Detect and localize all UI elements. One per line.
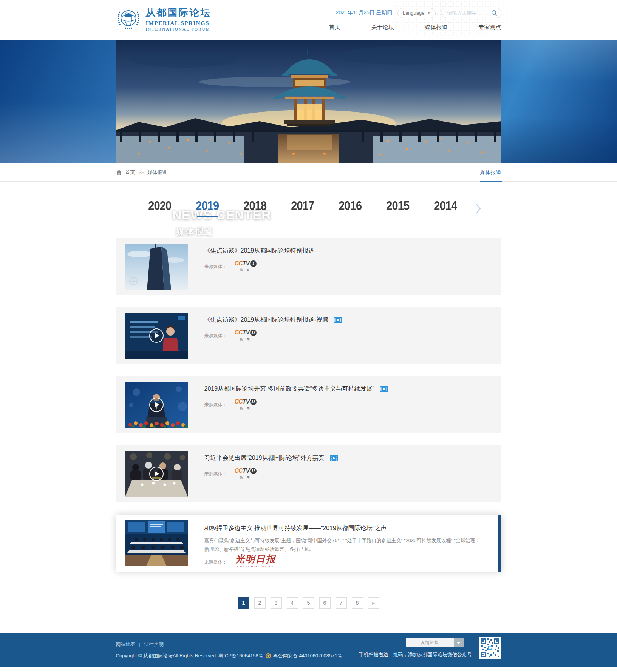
source-label: 来源媒体：: [204, 467, 227, 477]
news-title[interactable]: 《焦点访谈》2019从都国际论坛特别报道-视频: [204, 316, 501, 324]
banner-photo-image: [116, 40, 501, 163]
cctv13-logo: CCTV13 新 闻: [235, 398, 257, 410]
year-tab-2015[interactable]: 2015: [374, 199, 422, 217]
year-tab-2019[interactable]: 2019: [184, 199, 231, 217]
play-button-icon[interactable]: [125, 451, 188, 497]
page-button-2[interactable]: 2: [254, 597, 266, 609]
news-description: 嘉宾们聚焦“多边主义与可持续发展”主题，围绕“新中国外交70年” “处于十字路口…: [204, 536, 484, 553]
play-button-icon[interactable]: [125, 313, 188, 359]
wechat-qr-code-image: [479, 637, 501, 659]
year-tab-2014[interactable]: 2014: [422, 199, 469, 217]
current-date: 2021年11月25日 星期四: [336, 9, 392, 16]
page-next-button[interactable]: ▶: [368, 597, 379, 609]
video-icon: [330, 455, 338, 461]
main-nav: 首页 关于论坛 媒体报道 专家观点: [329, 24, 501, 31]
footer-links: 网站地图 | 法律声明: [116, 641, 164, 648]
logo-emblem-icon: [116, 6, 141, 31]
news-thumbnail-image[interactable]: [125, 382, 188, 428]
select-arrow-icon: [454, 638, 464, 647]
nav-item-home[interactable]: 首页: [329, 24, 340, 31]
news-source-row: 来源媒体： CCTV1 综 合: [204, 260, 501, 272]
news-item-1[interactable]: 《焦点访谈》2019从都国际论坛特别报道 来源媒体： CCTV1 综 合: [116, 238, 501, 295]
site-logo[interactable]: 从都国际论坛 IMPERIAL SPRINGS INTERNATIONAL FO…: [116, 6, 212, 31]
footer-copyright: Copyright © 从都国际论坛All Rights Reserved. 粤…: [116, 652, 263, 659]
news-thumbnail-image[interactable]: [125, 313, 188, 359]
logo-title-en2: INTERNATIONAL FORUM: [146, 27, 212, 31]
footer-copyright-row: Copyright © 从都国际论坛All Rights Reserved. 粤…: [116, 652, 342, 659]
years-next-arrow-icon[interactable]: [475, 199, 481, 216]
news-item-2[interactable]: 《焦点访谈》2019从都国际论坛特别报道-视频 来源媒体： CCTV13 新 闻: [116, 307, 501, 364]
news-item-4[interactable]: 习近平会见出席“2019从都国际论坛”外方嘉宾 来源媒体： CCTV13 新 闻: [116, 445, 501, 502]
home-icon[interactable]: [116, 170, 122, 175]
nav-item-experts[interactable]: 专家观点: [479, 24, 501, 31]
page-button-3[interactable]: 3: [271, 597, 282, 609]
search-box[interactable]: [441, 8, 501, 18]
worldmap-dots-pattern: [373, 0, 509, 40]
year-tab-2017[interactable]: 2017: [279, 199, 326, 217]
news-title[interactable]: 《焦点访谈》2019从都国际论坛特别报道: [204, 247, 501, 255]
logo-title-cn: 从都国际论坛: [146, 6, 212, 19]
breadcrumb-separator: >>: [139, 170, 144, 175]
year-tab-2018[interactable]: 2018: [231, 199, 279, 217]
news-title-text: 《焦点访谈》2019从都国际论坛特别报道-视频: [204, 316, 329, 324]
news-thumbnail-image[interactable]: [125, 451, 188, 497]
footer-security-number[interactable]: 粤公网安备 44010602008571号: [273, 652, 342, 659]
breadcrumb-bar: 首页 >> 媒体报道 媒体报道: [0, 163, 617, 182]
page-button-7[interactable]: 7: [336, 597, 347, 609]
news-title-text: 《焦点访谈》2019从都国际论坛特别报道: [204, 247, 315, 255]
page-button-4[interactable]: 4: [287, 597, 298, 609]
cctv13-logo: CCTV13 新 闻: [235, 329, 257, 341]
qr-hint-text: 手机扫描右边二维码，添加从都国际论坛微信公众号: [359, 651, 472, 658]
news-title-text: 2019从都国际论坛开幕 多国前政要共话“多边主义与可持续发展”: [204, 385, 375, 393]
news-source-row: 来源媒体： CCTV13 新 闻: [204, 398, 501, 410]
news-source-row: 来源媒体： CCTV13 新 闻: [204, 467, 501, 479]
news-thumbnail-image[interactable]: [125, 520, 188, 566]
page-button-6[interactable]: 6: [319, 597, 331, 609]
news-title-text: 积极捍卫多边主义 推动世界可持续发展——“2019从都国际论坛”之声: [204, 524, 387, 532]
news-list: 《焦点访谈》2019从都国际论坛特别报道 来源媒体： CCTV1 综 合: [116, 238, 501, 572]
video-icon: [380, 386, 388, 392]
cctv13-logo: CCTV13 新 闻: [235, 467, 257, 479]
site-header: 从都国际论坛 IMPERIAL SPRINGS INTERNATIONAL FO…: [0, 0, 617, 40]
source-label: 来源媒体：: [204, 329, 227, 339]
year-tab-2020[interactable]: 2020: [136, 199, 184, 217]
page-button-1[interactable]: 1: [238, 597, 249, 609]
language-label: Language: [403, 10, 425, 16]
news-item-5-featured[interactable]: 积极捍卫多边主义 推动世界可持续发展——“2019从都国际论坛”之声 嘉宾们聚焦…: [116, 515, 501, 572]
page-button-5[interactable]: 5: [303, 597, 314, 609]
page-button-8[interactable]: 8: [352, 597, 363, 609]
news-title[interactable]: 习近平会见出席“2019从都国际论坛”外方嘉宾: [204, 454, 501, 462]
cctv1-logo: CCTV1 综 合: [235, 260, 257, 272]
language-dropdown[interactable]: Language: [397, 8, 436, 18]
news-source-row: 来源媒体： 光明日报 GUANGMING DAILY: [204, 554, 498, 568]
site-footer: 网站地图 | 法律声明 Copyright © 从都国际论坛All Rights…: [0, 633, 617, 667]
nav-item-media[interactable]: 媒体报道: [425, 24, 448, 31]
news-title-text: 习近平会见出席“2019从都国际论坛”外方嘉宾: [204, 454, 325, 462]
friend-links-select[interactable]: 友情链接: [406, 638, 464, 647]
breadcrumb-home[interactable]: 首页: [125, 169, 135, 176]
banner: NEWS CENTER 媒体报道: [0, 40, 617, 163]
source-label: 来源媒体：: [204, 260, 227, 270]
news-title[interactable]: 积极捍卫多边主义 推动世界可持续发展——“2019从都国际论坛”之声: [204, 524, 498, 532]
year-tabs: 2020 2019 2018 2017 2016 2015 2014: [116, 182, 501, 238]
news-thumbnail-image[interactable]: [125, 244, 188, 290]
section-tab-media[interactable]: 媒体报道: [480, 163, 501, 182]
video-icon: [334, 317, 342, 323]
search-icon[interactable]: [491, 10, 498, 16]
news-item-3[interactable]: 2019从都国际论坛开幕 多国前政要共话“多边主义与可持续发展” 来源媒体： C…: [116, 376, 501, 433]
breadcrumb-current[interactable]: 媒体报道: [147, 169, 167, 176]
police-badge-icon: [265, 653, 271, 659]
logo-title-en1: IMPERIAL SPRINGS: [146, 20, 212, 26]
year-tab-2016[interactable]: 2016: [326, 199, 374, 217]
news-source-row: 来源媒体： CCTV13 新 闻: [204, 329, 501, 341]
friend-links-label: 友情链接: [406, 638, 454, 647]
footer-link-divider: |: [139, 641, 140, 647]
footer-link-sitemap[interactable]: 网站地图: [116, 641, 136, 647]
nav-item-about[interactable]: 关于论坛: [371, 24, 394, 31]
source-label: 来源媒体：: [204, 554, 227, 566]
news-title[interactable]: 2019从都国际论坛开幕 多国前政要共话“多边主义与可持续发展”: [204, 385, 501, 393]
footer-link-legal[interactable]: 法律声明: [144, 641, 164, 647]
source-label: 来源媒体：: [204, 398, 227, 408]
play-button-icon[interactable]: [125, 382, 188, 428]
guangming-daily-logo: 光明日报 GUANGMING DAILY: [235, 554, 276, 568]
